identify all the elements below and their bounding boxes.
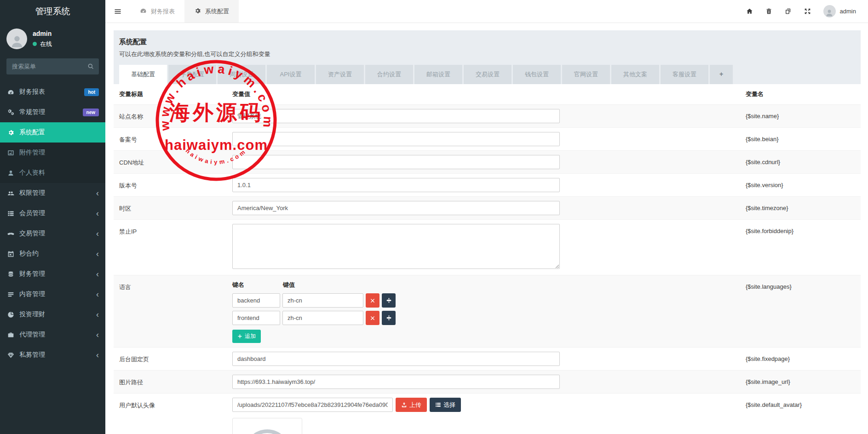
language-key-input[interactable]: [232, 311, 280, 325]
config-tab-邮箱设置[interactable]: 邮箱设置: [414, 65, 462, 84]
sidebar-item-label: 秒合约: [19, 250, 39, 258]
row-variable-name: {$site.cdnurl}: [746, 155, 861, 166]
table-row: 语言键名键值追加{$site.languages}: [114, 275, 861, 348]
sidebar-item-label: 附件管理: [19, 148, 45, 157]
sidebar-item-投资理财[interactable]: 投资理财‹: [0, 304, 105, 325]
config-tab-周期设置[interactable]: 周期设置: [218, 65, 265, 84]
config-tab-官网设置[interactable]: 官网设置: [562, 65, 610, 84]
drag-language-button[interactable]: [382, 293, 396, 308]
config-tab-字典配置[interactable]: 字典配置: [168, 65, 216, 84]
search-icon: [87, 63, 94, 70]
row-variable-name: {$site.version}: [746, 178, 861, 188]
drag-language-button[interactable]: [382, 311, 396, 325]
append-language-button[interactable]: 追加: [232, 330, 261, 343]
row-value-input[interactable]: [232, 201, 560, 215]
row-value-input[interactable]: [232, 178, 560, 192]
handshake-icon: [7, 230, 19, 237]
row-value: [232, 132, 560, 146]
sidebar-item-系统配置[interactable]: 系统配置: [0, 122, 105, 143]
user-menu[interactable]: admin: [823, 5, 856, 17]
config-tab-资产设置[interactable]: 资产设置: [316, 65, 364, 84]
chevron-left-icon: ‹: [96, 290, 99, 298]
row-value-input[interactable]: [232, 155, 560, 169]
sidebar-item-财务报表[interactable]: 财务报表hot: [0, 82, 105, 102]
reload-page-icon[interactable]: [785, 8, 792, 15]
sidebar-item-交易管理[interactable]: 交易管理‹: [0, 223, 105, 244]
chevron-left-icon: ‹: [96, 229, 99, 238]
sidebar-item-会员管理[interactable]: 会员管理‹: [0, 203, 105, 223]
header-name: 变量名: [746, 90, 861, 98]
file-image-icon: [7, 149, 19, 156]
th-list-icon: [7, 210, 19, 217]
sidebar-item-权限管理[interactable]: 权限管理‹: [0, 183, 105, 203]
row-variable-name: {$site.beian}: [746, 132, 861, 143]
table-body: 站点名称{$site.name}备案号{$site.beian}CDN地址{$s…: [114, 105, 861, 434]
row-variable-name: {$site.fixedpage}: [746, 352, 861, 362]
language-row: [232, 293, 560, 308]
row-value-input[interactable]: [232, 352, 560, 366]
row-value: 上传选择: [232, 398, 560, 434]
sidebar-item-label: 系统配置: [19, 128, 45, 137]
language-key-input[interactable]: [232, 293, 280, 308]
upload-button[interactable]: 上传: [396, 398, 427, 412]
config-tab-基础配置[interactable]: 基础配置: [119, 65, 167, 84]
fullscreen-icon[interactable]: [804, 8, 811, 15]
remove-language-button[interactable]: [366, 293, 379, 308]
choose-button[interactable]: 选择: [430, 398, 461, 412]
language-value-input[interactable]: [282, 293, 363, 308]
sidebar-item-label: 交易管理: [19, 229, 45, 238]
sidebar-item-秒合约[interactable]: 秒合约‹: [0, 244, 105, 264]
config-tab-钱包设置[interactable]: 钱包设置: [513, 65, 561, 84]
gear-icon: [7, 129, 19, 136]
sidebar-item-label: 个人资料: [19, 169, 45, 177]
topbar: 财务报表系统配置 admin: [105, 0, 868, 23]
nav-tabs: 财务报表系统配置: [130, 0, 239, 23]
menu-search: [6, 58, 99, 74]
sidebar-item-私募管理[interactable]: 私募管理‹: [0, 345, 105, 365]
add-config-tab-button[interactable]: +: [710, 65, 733, 84]
sidebar-item-label: 投资理财: [19, 310, 45, 319]
user-icon: [7, 170, 19, 177]
tab-财务报表[interactable]: 财务报表: [130, 0, 184, 23]
config-tab-其他文案[interactable]: 其他文案: [611, 65, 659, 84]
tab-label: 系统配置: [205, 7, 229, 16]
sidebar-item-label: 财务管理: [19, 270, 45, 278]
row-value-input[interactable]: [232, 132, 560, 146]
sidebar-item-附件管理[interactable]: 附件管理: [0, 143, 105, 163]
sidebar-item-个人资料[interactable]: 个人资料: [0, 163, 105, 183]
row-value-input[interactable]: [232, 375, 560, 389]
config-tab-客服设置[interactable]: 客服设置: [661, 65, 708, 84]
sidebar-item-代理管理[interactable]: 代理管理‹: [0, 325, 105, 345]
sidebar-item-常规管理[interactable]: 常规管理new: [0, 102, 105, 122]
table-row: 用户默认头像上传选择{$site.default_avatar}: [114, 394, 861, 434]
page-title: 系统配置: [119, 38, 853, 46]
row-variable-name: {$site.forbiddenip}: [746, 224, 861, 234]
search-input[interactable]: [6, 58, 99, 74]
sidebar-item-label: 会员管理: [19, 209, 45, 217]
row-value: [232, 352, 560, 366]
calendar-icon: [7, 251, 19, 257]
config-card: 系统配置 可以在此增改系统的变量和分组,也可以自定义分组和变量 基础配置字典配置…: [114, 30, 861, 434]
user-panel: admin 在线: [0, 23, 105, 56]
row-value-input[interactable]: [232, 109, 560, 123]
avatar-path-input[interactable]: [232, 398, 393, 412]
config-tab-API设置[interactable]: API设置: [267, 65, 315, 84]
trash-icon[interactable]: [765, 8, 772, 15]
config-tab-交易设置[interactable]: 交易设置: [464, 65, 512, 84]
sidebar-item-财务管理[interactable]: 财务管理‹: [0, 264, 105, 284]
row-label: 图片路径: [114, 375, 232, 387]
config-table: 变量标题 变量值 变量名 站点名称{$site.name}备案号{$site.b…: [114, 84, 861, 434]
language-value-input[interactable]: [282, 311, 363, 325]
users-icon: [7, 190, 19, 197]
home-icon[interactable]: [746, 8, 753, 15]
table-row: 版本号{$site.version}: [114, 174, 861, 197]
sidebar-toggle-icon[interactable]: [105, 0, 130, 23]
row-value: [232, 178, 560, 192]
sidebar-item-内容管理[interactable]: 内容管理‹: [0, 284, 105, 304]
row-label: 后台固定页: [114, 352, 232, 364]
config-tab-合约设置[interactable]: 合约设置: [365, 65, 413, 84]
remove-language-button[interactable]: [366, 311, 379, 325]
tab-系统配置[interactable]: 系统配置: [184, 0, 239, 23]
row-value-textarea[interactable]: [232, 224, 560, 269]
row-variable-name: {$site.timezone}: [746, 201, 861, 211]
